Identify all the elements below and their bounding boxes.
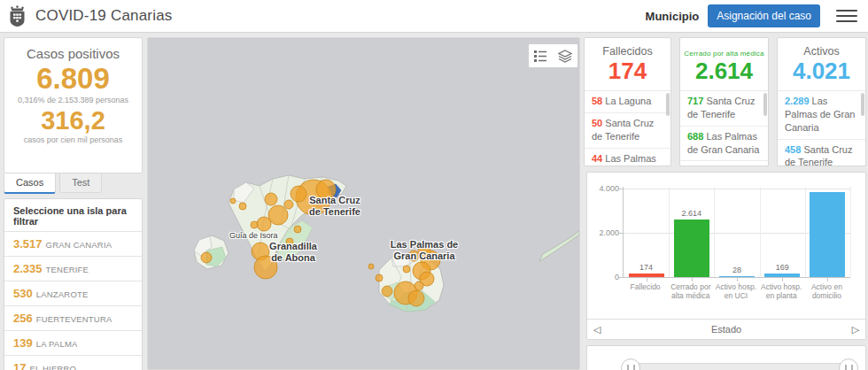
item-name: La Laguna xyxy=(605,96,651,106)
x-tick-mark xyxy=(737,278,738,281)
case-bubble xyxy=(294,226,301,233)
chart-footer: ◁ Estado ▷ xyxy=(587,319,865,339)
item-value: 717 xyxy=(687,96,703,106)
recovered-total: 2.614 xyxy=(680,58,768,84)
chart-next-arrow-icon[interactable]: ▷ xyxy=(846,324,865,335)
chart-x-axis-title: Estado xyxy=(607,324,846,335)
case-bubble xyxy=(286,238,293,245)
municipio-label: Municipio xyxy=(646,10,700,23)
island-name: GRAN CANARIA xyxy=(46,240,112,250)
tab-casos[interactable]: Casos xyxy=(4,173,56,194)
active-total: 4.021 xyxy=(778,58,865,84)
bar-activo-en-domicilio[interactable] xyxy=(810,192,845,277)
drag-grip-icon xyxy=(627,365,635,370)
list-item[interactable]: 458 Santa Cruz de Tenerife xyxy=(778,140,865,166)
header-actions: Municipio Asignación del caso xyxy=(646,4,868,27)
covid-canarias-dashboard: COVID-19 Canarias Municipio Asignación d… xyxy=(0,0,868,370)
bar-fallecido[interactable] xyxy=(629,274,664,277)
item-name: Las Palmas xyxy=(605,153,655,164)
island-filter-title: Seleccione una isla para filtrar xyxy=(4,199,142,231)
case-bubble xyxy=(418,245,430,258)
hamburger-menu-icon[interactable] xyxy=(836,7,857,25)
layers-icon[interactable] xyxy=(555,46,575,66)
list-item[interactable]: 688 Las Palmas de Gran Canaria xyxy=(680,127,768,162)
slider-handle-left[interactable] xyxy=(621,358,640,370)
island-row-lanzarote[interactable]: 530LANZAROTE xyxy=(4,281,142,305)
category-separator xyxy=(805,187,806,277)
island-name: LANZAROTE xyxy=(36,289,89,299)
category-separator xyxy=(714,187,715,277)
chart-x-labels: FallecidoCerrado por alta médicaActivo h… xyxy=(623,282,849,300)
case-bubble xyxy=(376,274,383,281)
bar-activo-hosp-en-uci[interactable] xyxy=(719,276,755,278)
slider-track[interactable] xyxy=(628,363,851,370)
case-bubble xyxy=(382,286,392,297)
recovered-list: 717 Santa Cruz de Tenerife 688 Las Palma… xyxy=(680,90,768,166)
case-bubble xyxy=(201,252,212,263)
chart-plot-area: 1742.61428169 xyxy=(623,187,850,278)
deaths-list: 58 La Laguna 50 Santa Cruz de Tenerife 4… xyxy=(585,90,670,166)
island-filter-card: Seleccione una isla para filtrar 3.517GR… xyxy=(4,198,143,370)
scrollbar[interactable] xyxy=(666,93,670,116)
island-name: EL HIERRO xyxy=(29,364,76,370)
island-value: 2.335 xyxy=(13,262,43,275)
item-value: 2.289 xyxy=(785,96,810,106)
recovered-title: Cerrado por alta médica xyxy=(680,38,768,58)
case-bubble xyxy=(284,200,293,209)
scrollbar[interactable] xyxy=(861,93,864,116)
bar-activo-hosp-en-planta[interactable] xyxy=(764,274,800,277)
list-item[interactable]: 717 Santa Cruz de Tenerife xyxy=(680,91,768,127)
left-tabs: Casos Test xyxy=(4,173,143,195)
island-value: 17 xyxy=(13,361,26,370)
item-value: 44 xyxy=(592,153,602,164)
legend-icon[interactable] xyxy=(531,46,551,66)
category-separator xyxy=(669,187,670,277)
case-bubble xyxy=(254,256,277,279)
bar-value-label: 28 xyxy=(714,266,759,274)
island-row-la-palma[interactable]: 139LA PALMA xyxy=(4,330,142,355)
y-tick-label: 0 xyxy=(589,273,619,281)
assign-case-button[interactable]: Asignación del caso xyxy=(708,4,820,27)
island-row-fuerteventura[interactable]: 256FUERTEVENTURA xyxy=(4,305,142,330)
item-value: 458 xyxy=(785,144,801,155)
case-bubble xyxy=(239,203,246,210)
list-item[interactable]: 2.289 Las Palmas de Gran Canaria xyxy=(778,91,865,140)
list-item[interactable]: 58 La Laguna xyxy=(585,91,670,113)
x-category-label: Activo hosp. en UCI xyxy=(713,282,758,300)
list-item[interactable]: 50 Santa Cruz de Tenerife xyxy=(585,113,670,149)
x-category-label: Activo en domicilio xyxy=(804,282,849,300)
page-title: COVID-19 Canarias xyxy=(35,7,173,25)
case-bubble xyxy=(316,180,336,199)
island-row-tenerife[interactable]: 2.335TENERIFE xyxy=(4,256,142,281)
canary-government-crest-icon xyxy=(8,5,27,27)
positive-cases-title: Casos positivos xyxy=(4,46,142,61)
tab-test[interactable]: Test xyxy=(59,173,102,193)
case-bubble xyxy=(265,193,277,205)
bar-value-label: 169 xyxy=(760,263,805,272)
case-bubble xyxy=(368,264,374,269)
case-bubble xyxy=(268,205,288,225)
status-bar-chart: 4.0002.0000 1742.61428169 FallecidoCerra… xyxy=(586,172,866,340)
drag-grip-icon xyxy=(845,365,853,370)
x-category-label: Cerrado por alta médica xyxy=(668,282,713,300)
list-item[interactable]: 44 Las Palmas xyxy=(585,149,670,166)
positive-cases-percent: 0,316% de 2.153.389 personas xyxy=(4,96,142,104)
case-bubble xyxy=(251,221,258,228)
chart-prev-arrow-icon[interactable]: ◁ xyxy=(587,324,607,335)
map-canvas[interactable]: Santa Cruz de Tenerife Guía de Isora Gra… xyxy=(147,37,580,370)
item-value: 50 xyxy=(592,118,602,128)
y-tick-label: 2.000 xyxy=(589,228,619,237)
time-range-slider-panel xyxy=(586,345,866,370)
island-row-gran-canaria[interactable]: 3.517GRAN CANARIA xyxy=(4,231,142,256)
scrollbar[interactable] xyxy=(763,93,767,116)
category-separator xyxy=(850,187,851,277)
deaths-total: 174 xyxy=(585,58,670,84)
positive-cases-card: Casos positivos 6.809 0,316% de 2.153.38… xyxy=(4,37,143,173)
bar-cerrado-por-alta-m-dica[interactable] xyxy=(674,220,709,277)
island-name: FUERTEVENTURA xyxy=(36,314,112,324)
slider-handle-right[interactable] xyxy=(839,358,858,370)
island-value: 139 xyxy=(13,336,33,350)
positive-cases-total: 6.809 xyxy=(4,63,142,95)
gridline xyxy=(624,189,850,189)
island-row-el-hierro[interactable]: 17EL HIERRO xyxy=(4,355,142,370)
